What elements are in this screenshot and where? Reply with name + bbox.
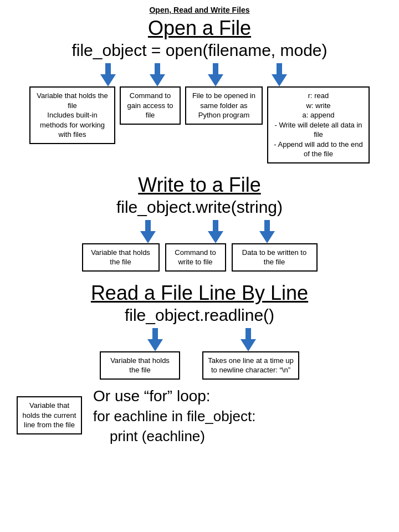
open-file-code: file_object = open(filename, mode): [11, 41, 388, 60]
arrow-col-write-var: [107, 220, 189, 243]
open-boxes-row: Variable that holds the fileIncludes bui…: [11, 86, 388, 163]
write-boxes-row: Variable that holds the file Command to …: [11, 243, 388, 272]
open-file-heading: Open a File: [11, 17, 388, 40]
read-boxes-row: Variable that holds the file Takes one l…: [11, 351, 388, 380]
arrow-col-open: [130, 63, 185, 86]
box-mode: r: readw: writea: append- Write will del…: [267, 86, 370, 163]
box-for-loop-var: Variable that holds the current line fro…: [17, 396, 82, 434]
for-loop-left: Variable that holds the current line fro…: [11, 391, 82, 418]
arrow-col-write-cmd: [189, 220, 242, 243]
write-file-heading: Write to a File: [11, 173, 388, 197]
box-write-cmd: Command to write to file: [165, 243, 226, 272]
box-file-object-var: Variable that holds the fileIncludes bui…: [29, 86, 115, 144]
for-loop-text-block: Or use “for” loop: for eachline in file_…: [82, 386, 388, 446]
read-arrows-row: [11, 328, 388, 351]
arrow-col-write-data: [242, 220, 292, 243]
box-file-open: File to be opened in same folder as Pyth…: [185, 86, 263, 125]
arrow-col-read-var: [107, 328, 204, 351]
section-for-loop: Variable that holds the current line fro…: [11, 386, 388, 446]
write-arrows-row: [11, 220, 388, 243]
arrow-col-mode: [246, 63, 313, 86]
box-write-var: Variable that holds the file: [82, 243, 160, 272]
arrow-col-file-object: [86, 63, 130, 86]
top-title: Open, Read and Write Files: [11, 6, 388, 14]
box-cmd-gain: Command to gain access to file: [120, 86, 181, 125]
arrow-col-filename: [185, 63, 246, 86]
page: Open, Read and Write Files Open a File f…: [0, 0, 399, 532]
write-file-code: file_object.write(string): [11, 198, 388, 217]
for-loop-line3: print (eachline): [93, 427, 388, 446]
box-read-var: Variable that holds the file: [100, 351, 180, 380]
read-file-code: file_object.readline(): [11, 306, 388, 325]
open-arrows-row: [11, 63, 388, 86]
for-loop-line2: for eachline in file_object:: [93, 407, 388, 426]
box-write-data: Data to be written to the file: [232, 243, 318, 272]
box-read-takes: Takes one line at a time up to newline c…: [202, 351, 299, 380]
section-read-file: Read a File Line By Line file_object.rea…: [11, 282, 388, 380]
section-write-file: Write to a File file_object.write(string…: [11, 173, 388, 272]
for-loop-line1: Or use “for” loop:: [93, 386, 388, 406]
read-file-heading: Read a File Line By Line: [11, 282, 388, 305]
section-open-file: Open a File file_object = open(filename,…: [11, 17, 388, 163]
arrow-col-read-readline: [204, 328, 293, 351]
